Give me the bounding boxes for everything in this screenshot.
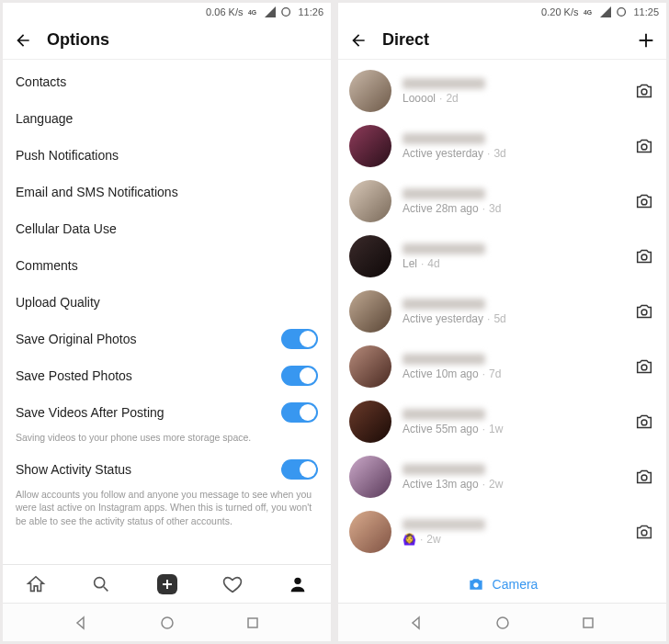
dm-username-blurred	[403, 243, 485, 254]
dm-text-block: Active yesterday·5d	[403, 299, 622, 325]
avatar	[349, 125, 391, 167]
dm-username-blurred	[403, 188, 485, 199]
dm-subtitle: Active 55m ago·1w	[403, 423, 622, 435]
nav-home[interactable]	[494, 615, 511, 631]
header-bar: Options	[3, 21, 331, 60]
avatar	[349, 70, 391, 112]
dm-time-ago: 5d	[493, 312, 505, 325]
avatar	[349, 511, 391, 553]
back-button[interactable]	[12, 29, 34, 51]
dm-text-block: Lel·4d	[403, 243, 622, 270]
android-nav-bar	[3, 603, 331, 641]
toggle-switch[interactable]	[281, 329, 318, 349]
option-row[interactable]: Show Activity Status	[3, 451, 331, 488]
android-nav-bar	[338, 603, 666, 641]
battery-icon	[617, 6, 628, 17]
network-speed: 0.06 K/s	[206, 6, 243, 17]
option-row[interactable]: Comments	[3, 247, 331, 284]
nav-recent[interactable]	[244, 615, 261, 631]
avatar	[349, 456, 391, 498]
dm-thread-row[interactable]: Active 13m ago·2w	[338, 449, 666, 504]
option-label: Language	[16, 111, 318, 126]
dm-time-ago: 4d	[427, 257, 439, 270]
tab-add[interactable]	[134, 565, 199, 603]
dm-subtitle-text: Active 10m ago	[403, 367, 479, 380]
nav-recent[interactable]	[580, 615, 596, 631]
dm-thread-row[interactable]: Active 55m ago·1w	[338, 394, 666, 449]
option-label: Save Posted Photos	[16, 368, 281, 383]
option-label: Save Original Photos	[16, 332, 281, 346]
option-row[interactable]: Save Original Photos	[3, 321, 331, 357]
dm-thread-row[interactable]: Active 28m ago·3d	[338, 174, 666, 229]
avatar	[349, 235, 391, 277]
dm-time-ago: 2d	[446, 92, 458, 105]
options-list: ContactsLanguagePush NotificationsEmail …	[3, 60, 331, 564]
tab-activity[interactable]	[199, 565, 265, 603]
dm-thread-row[interactable]: Active 10m ago·7d	[338, 339, 666, 394]
svg-point-4	[162, 617, 173, 628]
dm-camera-button[interactable]	[633, 245, 655, 267]
dm-camera-button[interactable]	[633, 135, 655, 157]
page-title: Options	[47, 30, 109, 50]
dm-camera-button[interactable]	[633, 521, 655, 543]
option-label: Email and SMS Notifications	[16, 185, 318, 199]
option-row[interactable]: Cellular Data Use	[3, 210, 331, 247]
dm-subtitle: Looool·2d	[403, 92, 622, 105]
arrow-left-icon	[14, 31, 32, 50]
option-row[interactable]: Save Posted Photos	[3, 357, 331, 394]
camera-bar-button[interactable]: Camera	[338, 566, 666, 603]
dm-camera-button[interactable]	[633, 80, 655, 102]
toggle-switch[interactable]	[281, 366, 318, 386]
dm-camera-button[interactable]	[633, 466, 655, 488]
toggle-switch[interactable]	[281, 402, 318, 423]
dm-text-block: Active 55m ago·1w	[403, 409, 622, 435]
dm-camera-button[interactable]	[633, 411, 655, 433]
nav-back[interactable]	[408, 615, 425, 631]
tab-search[interactable]	[68, 565, 133, 603]
nav-home[interactable]	[159, 615, 176, 631]
arrow-left-icon	[349, 31, 368, 50]
dm-time-ago: 2w	[489, 478, 503, 491]
dm-text-block: Active 13m ago·2w	[403, 464, 622, 491]
svg-point-11	[641, 254, 647, 260]
tab-home[interactable]	[3, 565, 68, 603]
option-row[interactable]: Language	[3, 100, 331, 137]
option-row[interactable]: Email and SMS Notifications	[3, 174, 331, 210]
dm-username-blurred	[403, 464, 485, 475]
svg-rect-19	[584, 618, 593, 627]
heart-icon	[222, 574, 243, 594]
dm-thread-row[interactable]: Active yesterday·5d	[338, 284, 666, 339]
dm-thread-row[interactable]: Lel·4d	[338, 229, 666, 284]
toggle-switch[interactable]	[281, 459, 318, 480]
tab-profile[interactable]	[266, 565, 331, 603]
dm-thread-row[interactable]: Looool·2d	[338, 63, 666, 119]
option-row[interactable]: Push Notifications	[3, 137, 331, 174]
svg-point-14	[641, 420, 647, 425]
option-row[interactable]: Save Videos After Posting	[3, 394, 331, 431]
nav-back[interactable]	[73, 615, 89, 631]
svg-point-7	[618, 8, 626, 17]
new-message-button[interactable]	[635, 29, 657, 51]
svg-point-10	[641, 199, 647, 205]
back-button[interactable]	[347, 29, 369, 51]
dm-camera-button[interactable]	[633, 300, 655, 322]
avatar	[349, 180, 391, 222]
avatar	[349, 401, 391, 443]
dm-thread-row[interactable]: Active yesterday·3d	[338, 119, 666, 174]
camera-label: Camera	[493, 577, 539, 592]
option-note: Allow accounts you follow and anyone you…	[3, 488, 331, 535]
dm-camera-button[interactable]	[633, 190, 655, 212]
camera-outline-icon	[634, 467, 654, 487]
dm-subtitle-text: Active yesterday	[403, 147, 483, 160]
svg-point-17	[473, 582, 478, 587]
dm-subtitle-text: Active yesterday	[403, 312, 483, 325]
dm-thread-row[interactable]: 🙆‍♀️·2w	[338, 504, 666, 559]
status-bar: 0.06 K/s 4G 11:26	[3, 3, 331, 21]
option-label: Push Notifications	[16, 148, 318, 163]
dm-username-blurred	[403, 354, 485, 365]
option-row[interactable]: Upload Quality	[3, 284, 331, 321]
svg-text:4G: 4G	[584, 9, 592, 16]
dm-subtitle: Active 10m ago·7d	[403, 367, 622, 380]
dm-camera-button[interactable]	[633, 356, 655, 378]
option-row[interactable]: Contacts	[3, 63, 331, 100]
